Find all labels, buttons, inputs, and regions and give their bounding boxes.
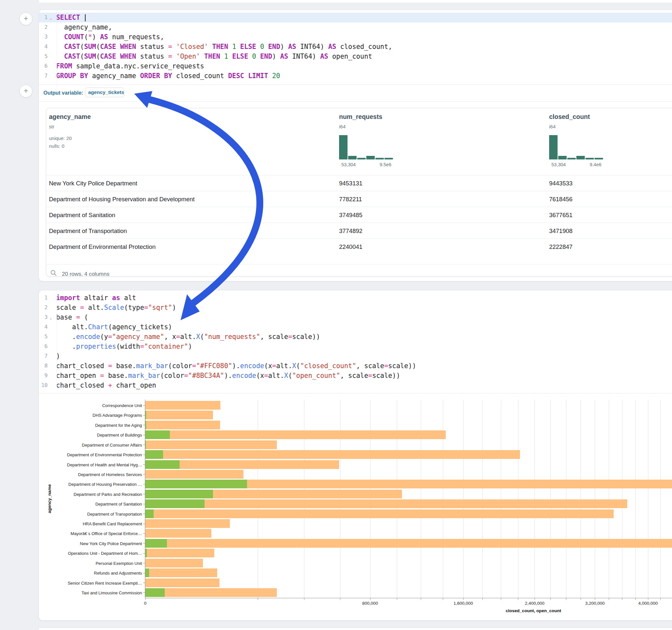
closed-count-cell: 3677651 <box>549 207 573 223</box>
line-number: 5 <box>39 51 48 61</box>
line-number: 3 <box>39 32 48 42</box>
num-requests-cell: 9453131 <box>339 175 362 191</box>
code-line[interactable]: 6FROM sample_data.nyc.service_requests <box>39 61 672 71</box>
divider <box>39 393 672 393</box>
code-text: FROM sample_data.nyc.service_requests <box>56 61 204 71</box>
agency-name-cell: New York City Police Department <box>49 175 137 191</box>
code-text: .properties(width="container") <box>56 342 192 351</box>
histogram-bar <box>376 158 384 160</box>
line-number: 2 <box>39 303 48 312</box>
histogram-bar <box>366 156 375 160</box>
next-cell-edge <box>39 628 672 630</box>
closed-count-cell: 2222847 <box>549 239 573 255</box>
histogram-min-label: 53,304 <box>551 162 566 167</box>
sql-code-editor[interactable]: 1⌄SELECT 2 agency_name,3 COUNT(*) AS num… <box>39 13 672 92</box>
histogram-bar <box>339 135 347 160</box>
code-line[interactable]: 7) <box>39 351 672 361</box>
code-text: COUNT(*) AS num_requests, <box>56 32 164 42</box>
code-text: GROUP BY agency_name ORDER BY closed_cou… <box>56 71 280 81</box>
row-column-count: 20 rows, 4 columns <box>62 271 109 276</box>
closed-count-cell: 7618456 <box>549 191 573 207</box>
line-number: 6 <box>39 342 48 351</box>
closed-count-cell: 3471908 <box>549 223 573 239</box>
code-line[interactable]: 3⌄base = ( <box>39 312 672 322</box>
output-variable-pill[interactable]: agency_tickets <box>85 88 124 97</box>
line-number: 9 <box>39 371 48 381</box>
line-number: 7 <box>39 351 48 361</box>
code-line[interactable]: 6 .properties(width="container") <box>39 342 672 351</box>
code-line[interactable]: 1import altair as alt <box>39 293 672 303</box>
fold-caret-icon[interactable]: ⌄ <box>50 313 52 323</box>
code-line[interactable]: 4 alt.Chart(agency_tickets) <box>39 322 672 332</box>
code-text: chart_closed = base.mark_bar(color="#FFC… <box>56 361 416 371</box>
table-row[interactable]: Department of Sanitation37494853677651 <box>46 207 672 223</box>
code-text: scale = alt.Scale(type="sqrt") <box>56 303 176 312</box>
column-header-closed-count[interactable]: closed_count <box>549 113 590 121</box>
line-number: 8 <box>39 361 48 371</box>
closed-count-cell: 9443533 <box>549 175 573 191</box>
code-text: alt.Chart(agency_tickets) <box>56 322 172 332</box>
search-icon[interactable] <box>50 270 57 276</box>
agency-name-cell: Department of Sanitation <box>49 207 115 223</box>
line-number: 1 <box>39 293 48 303</box>
column-header-num-requests[interactable]: num_requests <box>339 113 382 121</box>
agency-name-cell: Department of Transportation <box>49 223 127 239</box>
code-text: SELECT <box>56 13 86 22</box>
histogram-num-requests <box>339 135 393 160</box>
table-row[interactable]: New York City Police Department945313194… <box>46 175 672 191</box>
column-stat-nulls: nulls: 0 <box>49 143 65 149</box>
code-line[interactable]: 10chart_closed + chart_open <box>39 381 672 390</box>
num-requests-cell: 2240041 <box>339 239 362 255</box>
column-header-agency-name[interactable]: agency_name <box>49 113 91 121</box>
gutter-separator <box>57 293 57 390</box>
column-dtype: i64 <box>339 124 345 129</box>
num-requests-cell: 3774892 <box>339 223 362 239</box>
agency-name-cell: Department of Housing Preservation and D… <box>49 191 194 207</box>
histogram-bar <box>595 158 603 160</box>
line-number: 1 <box>39 13 48 22</box>
line-number: 7 <box>39 71 48 81</box>
code-text: chart_closed + chart_open <box>56 381 156 390</box>
histogram-min-label: 53,304 <box>341 162 356 167</box>
previous-cell-edge <box>39 0 672 3</box>
code-line[interactable]: 5 CAST(SUM(CASE WHEN status = 'Open' THE… <box>39 51 672 61</box>
fold-caret-icon[interactable]: ⌄ <box>50 13 52 23</box>
histogram-bar <box>585 158 594 160</box>
code-line[interactable]: 7GROUP BY agency_name ORDER BY closed_co… <box>39 71 672 81</box>
code-line[interactable]: 9chart_open = base.mark_bar(color="#8BC3… <box>39 371 672 381</box>
histogram-bar <box>549 135 557 160</box>
table-row[interactable]: Department of Environmental Protection22… <box>46 239 672 255</box>
code-line[interactable]: 2scale = alt.Scale(type="sqrt") <box>39 303 672 312</box>
agency-name-cell: Department of Environmental Protection <box>49 239 155 255</box>
column-stat-unique: unique: 20 <box>49 136 72 141</box>
code-line[interactable]: 3 COUNT(*) AS num_requests, <box>39 32 672 42</box>
code-line[interactable]: 4 CAST(SUM(CASE WHEN status = 'Closed' T… <box>39 42 672 51</box>
histogram-closed-count <box>549 135 603 160</box>
add-cell-button-top[interactable]: + <box>20 12 32 25</box>
code-text: .encode(y="agency_name", x=alt.X("num_re… <box>56 332 320 342</box>
code-line[interactable]: 2 agency_name, <box>39 22 672 32</box>
line-number: 2 <box>39 22 48 32</box>
num-requests-cell: 3749485 <box>339 207 362 223</box>
histogram-max-label: 9.5e6 <box>380 162 391 167</box>
table-row[interactable]: Department of Transportation377489234719… <box>46 223 672 239</box>
histogram-max-label: 9.4e6 <box>590 162 601 167</box>
code-line[interactable]: 8chart_closed = base.mark_bar(color="#FF… <box>39 361 672 371</box>
python-code-editor[interactable]: 1import altair as alt2scale = alt.Scale(… <box>39 293 672 390</box>
code-line[interactable]: 5 .encode(y="agency_name", x=alt.X("num_… <box>39 332 672 342</box>
output-variable-label: Output variable: <box>44 90 83 96</box>
dataframe-table: agency_name str unique: 20 nulls: 0 num_… <box>46 108 672 276</box>
code-text: base = ( <box>56 312 88 322</box>
histogram-bar <box>576 156 585 160</box>
code-line[interactable]: 1⌄SELECT <box>39 13 672 22</box>
column-dtype: i64 <box>549 124 556 129</box>
code-text: import altair as alt <box>56 293 136 303</box>
table-footer: 20 rows, 4 columns <box>46 264 672 276</box>
line-number: 4 <box>39 322 48 332</box>
divider <box>39 84 672 85</box>
table-row[interactable]: Department of Housing Preservation and D… <box>46 191 672 207</box>
histogram-bar <box>348 156 357 160</box>
code-text: agency_name, <box>56 22 112 32</box>
add-cell-button-middle[interactable]: + <box>20 84 32 98</box>
line-number: 5 <box>39 332 48 342</box>
